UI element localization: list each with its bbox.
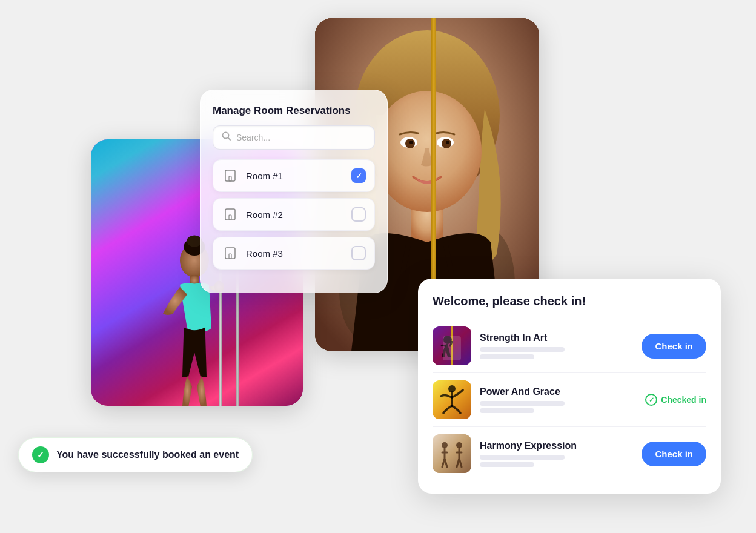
checkin-button-strength[interactable]: Check in (642, 334, 706, 359)
event-lines-harmony (480, 455, 633, 467)
svg-rect-21 (225, 209, 235, 220)
toast-message: You have successfully booked an event (56, 449, 239, 460)
room-checkbox-1[interactable] (351, 168, 366, 183)
room-checkbox-2[interactable] (351, 207, 366, 222)
checked-in-label: Checked in (661, 395, 706, 405)
line-bar-2 (480, 354, 534, 359)
manage-room-card: Manage Room Reservations Search... Room … (200, 90, 388, 293)
event-lines-grace (480, 401, 637, 413)
svg-rect-19 (225, 170, 235, 181)
room-checkbox-3[interactable] (351, 246, 366, 260)
event-row-strength: Strength In Art Check in (433, 319, 706, 373)
event-thumb-harmony (433, 434, 471, 473)
checkin-button-harmony[interactable]: Check in (642, 442, 706, 466)
line-bar-5 (480, 455, 565, 460)
room-icon-3 (222, 245, 239, 262)
check-circle-icon: ✓ (645, 394, 657, 406)
room-icon-1 (222, 167, 239, 184)
svg-rect-24 (229, 254, 231, 259)
room-name-1: Room #1 (246, 171, 344, 181)
event-name-strength: Strength In Art (480, 333, 633, 343)
line-bar-1 (480, 347, 565, 352)
checked-in-badge-grace: ✓ Checked in (645, 394, 706, 406)
svg-point-27 (443, 336, 452, 344)
svg-rect-26 (451, 326, 453, 365)
search-icon (222, 131, 231, 144)
search-placeholder: Search... (236, 133, 270, 142)
svg-point-11 (446, 141, 449, 144)
event-name-grace: Power And Grace (480, 386, 637, 397)
event-thumb-strength (433, 326, 471, 365)
strength-thumb-svg (433, 326, 471, 365)
event-lines-strength (480, 347, 633, 359)
room-item-2[interactable]: Room #2 (213, 198, 375, 231)
room-name-2: Room #2 (246, 210, 344, 220)
svg-rect-30 (433, 434, 471, 473)
svg-rect-23 (225, 248, 235, 259)
main-wrapper: Manage Room Reservations Search... Room … (0, 0, 756, 533)
toast-success-icon: ✓ (32, 446, 49, 463)
event-info-harmony: Harmony Expression (480, 440, 633, 467)
line-bar-6 (480, 462, 534, 467)
harmony-thumb-svg (433, 434, 471, 473)
room-item-1[interactable]: Room #1 (213, 159, 375, 192)
event-info-grace: Power And Grace (480, 386, 637, 413)
svg-point-10 (409, 141, 413, 144)
manage-room-title: Manage Room Reservations (213, 105, 375, 117)
svg-rect-22 (229, 215, 231, 220)
line-bar-3 (480, 401, 565, 406)
event-name-harmony: Harmony Expression (480, 440, 633, 451)
room-item-3[interactable]: Room #3 (213, 237, 375, 270)
checkin-title: Welcome, please check in! (433, 294, 706, 308)
event-row-grace: Power And Grace ✓ Checked in (433, 373, 706, 427)
event-row-harmony: Harmony Expression Check in (433, 427, 706, 480)
room-name-3: Room #3 (246, 248, 344, 259)
search-box[interactable]: Search... (213, 125, 375, 150)
grace-thumb-svg (433, 380, 471, 419)
event-info-strength: Strength In Art (480, 333, 633, 359)
success-toast: ✓ You have successfully booked an event (18, 437, 253, 472)
checkin-panel: Welcome, please check in! (418, 279, 721, 494)
svg-rect-20 (229, 176, 231, 181)
event-thumb-grace (433, 380, 471, 419)
line-bar-4 (480, 408, 534, 413)
room-icon-2 (222, 206, 239, 223)
